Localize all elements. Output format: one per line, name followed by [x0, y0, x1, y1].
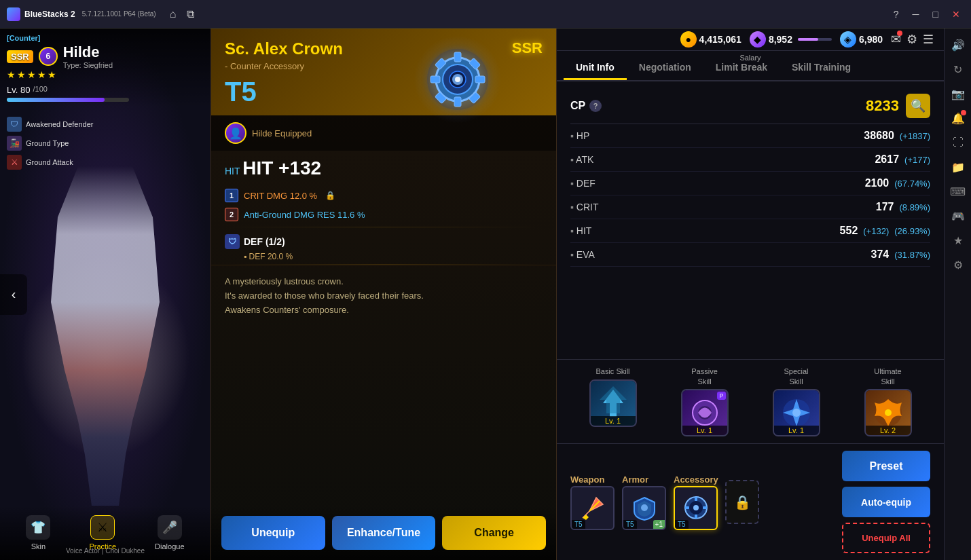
app-logo: BlueStacks 2 5.7.121.1001 P64 (Beta)	[7, 7, 156, 21]
accessory-slot[interactable]: T5	[674, 486, 718, 530]
character-panel: [Counter] SSR 6 Hilde Type: Siegfried ★★…	[0, 29, 210, 560]
layers-icon[interactable]: ⧉	[187, 8, 194, 20]
sidebar-folder-icon[interactable]: 📁	[947, 156, 969, 178]
atk-value: 2617	[875, 153, 899, 166]
character-traits: 🛡 Awakened Defender 🚂 Ground Type ⚔ Grou…	[7, 117, 93, 170]
sub-stat-2-text: Anti-Ground DMG RES 11.6 %	[244, 210, 365, 220]
weapon-slot-container: Weapon T5	[570, 474, 618, 530]
equipment-ssr-badge: SSR	[512, 39, 543, 57]
diamond-currency[interactable]: ◈ 6,980	[840, 31, 883, 48]
sidebar-rotate-icon[interactable]: ↻	[947, 58, 969, 80]
basic-skill-icon[interactable]: Lv. 1	[589, 379, 637, 427]
atk-label: ATK	[570, 154, 593, 165]
accessory-label: Accessory	[674, 474, 721, 485]
ssr-badge: SSR	[7, 50, 33, 63]
stat-row-hp: HP 38680 (+1837)	[570, 124, 930, 148]
weapon-tier: T5	[572, 520, 585, 529]
sidebar-fullscreen-icon[interactable]: ⛶	[947, 132, 969, 153]
currency-bar: ● 4,415,061 ◆ 8,952 ◈ 6,980 ✉ ⚙ ☰	[557, 29, 944, 51]
armor-slot[interactable]: T5 +1	[622, 486, 666, 530]
svg-rect-6	[430, 76, 440, 83]
equipment-gear-svg	[420, 42, 495, 117]
close-icon[interactable]: ✕	[948, 7, 964, 21]
cp-row: CP ? 8233 🔍	[570, 88, 930, 124]
svg-point-13	[455, 77, 460, 82]
app-version: 5.7.121.1001 P64 (Beta)	[82, 10, 156, 18]
accessory-slot-container: Accessory	[674, 474, 721, 530]
enhance-tune-button[interactable]: Enhance/Tune	[332, 516, 436, 550]
ultimate-skill-label: UltimateSkill	[874, 367, 901, 386]
svg-point-21	[641, 504, 648, 511]
ultimate-skill-icon[interactable]: Lv. 2	[864, 389, 912, 436]
gold-currency[interactable]: ● 4,415,061	[680, 31, 741, 48]
def-stat-label: DEF	[570, 178, 596, 189]
def-values: 2100 (67.74%)	[865, 177, 930, 189]
dialogue-button[interactable]: 🎤 Dialogue	[155, 515, 184, 550]
character-tag: [Counter]	[7, 34, 204, 42]
practice-button[interactable]: ⚔ Practice	[89, 515, 116, 550]
minimize-icon[interactable]: ─	[909, 7, 923, 21]
eva-label: EVA	[570, 249, 595, 260]
eva-value: 374	[871, 248, 890, 261]
equipped-avatar: 👤	[225, 122, 246, 144]
practice-icon: ⚔	[90, 515, 115, 540]
character-stars: ★★★★★	[7, 69, 204, 80]
top-icons: ✉ ⚙ ☰	[891, 32, 934, 47]
maximize-icon[interactable]: □	[929, 7, 942, 21]
auto-equip-button[interactable]: Auto-equip	[842, 487, 930, 517]
equipment-main-stat: HIT HIT +132	[211, 151, 556, 183]
sidebar-keyboard-icon[interactable]: ⌨	[947, 181, 969, 202]
tab-negotiation[interactable]: Negotiation	[627, 56, 703, 80]
cp-right: 8233 🔍	[866, 94, 930, 118]
change-button[interactable]: Change	[442, 516, 546, 550]
sidebar-settings-icon[interactable]: ⚙	[947, 254, 969, 276]
tab-unit-info[interactable]: Unit Info	[564, 56, 627, 80]
ultimate-skill-lv: Lv. 2	[866, 426, 911, 435]
sidebar-notification-icon[interactable]: 🔔	[947, 107, 969, 129]
gem-currency[interactable]: ◆ 8,952	[750, 31, 832, 48]
crit-value: 177	[876, 201, 894, 213]
help-icon[interactable]: ?	[890, 7, 903, 21]
menu-icon[interactable]: ☰	[923, 32, 934, 47]
stats-content: CP ? 8233 🔍 HP 38680 (+1837) ATK	[557, 81, 944, 359]
unit-info-panel: ● 4,415,061 ◆ 8,952 ◈ 6,980 ✉ ⚙ ☰ Sa	[557, 29, 944, 560]
settings-icon[interactable]: ⚙	[906, 32, 917, 47]
svg-point-17	[792, 409, 801, 417]
mail-icon[interactable]: ✉	[891, 32, 901, 47]
shield-icon: 🛡	[7, 117, 22, 132]
sidebar-game-icon[interactable]: 🎮	[947, 205, 969, 227]
skin-button[interactable]: 👕 Skin	[26, 515, 50, 550]
crit-values: 177 (8.89%)	[876, 201, 930, 213]
weapon-svg	[579, 494, 606, 521]
sidebar-star-icon[interactable]: ★	[947, 229, 969, 251]
weapon-slot[interactable]: T5	[570, 486, 615, 530]
special-skill-icon[interactable]: Lv. 1	[773, 389, 820, 436]
right-action-buttons: Preset Auto-equip Unequip All	[842, 451, 930, 553]
prev-character-button[interactable]: ‹	[0, 274, 27, 315]
unequip-button[interactable]: Unequip	[221, 516, 325, 550]
skills-section: Basic Skill Lv. 1 PassiveSkill	[557, 359, 944, 443]
stat-row-def: DEF 2100 (67.74%)	[570, 172, 930, 195]
cp-text: CP	[570, 100, 585, 112]
home-icon[interactable]: ⌂	[170, 8, 177, 20]
armor-slot-container: Armor T5 +1	[622, 474, 670, 530]
basic-skill-lv: Lv. 1	[591, 416, 636, 426]
ground-icon: 🚂	[7, 136, 22, 151]
cp-help-button[interactable]: ?	[589, 100, 602, 112]
tab-skill-training[interactable]: Skill Training	[780, 56, 863, 80]
sidebar-camera-icon[interactable]: 📷	[947, 83, 969, 105]
sub-stat-1-text: CRIT DMG 12.0 %	[244, 191, 317, 201]
sidebar-volume-icon[interactable]: 🔊	[947, 34, 969, 56]
cp-label: CP ?	[570, 100, 602, 112]
search-button[interactable]: 🔍	[906, 94, 930, 118]
passive-skill-icon[interactable]: P Lv. 1	[681, 389, 729, 436]
gold-icon: ●	[680, 31, 697, 48]
titlebar: BlueStacks 2 5.7.121.1001 P64 (Beta) ⌂ ⧉…	[0, 0, 971, 29]
unequip-all-button[interactable]: Unequip All	[842, 523, 930, 553]
hit-stat-label: HIT	[570, 225, 591, 236]
atk-values: 2617 (+177)	[875, 153, 930, 166]
equipped-text: Hilde Equipped	[252, 128, 312, 138]
preset-button[interactable]: Preset	[842, 451, 930, 481]
attack-icon: ⚔	[7, 155, 22, 170]
logo-icon	[7, 7, 20, 21]
